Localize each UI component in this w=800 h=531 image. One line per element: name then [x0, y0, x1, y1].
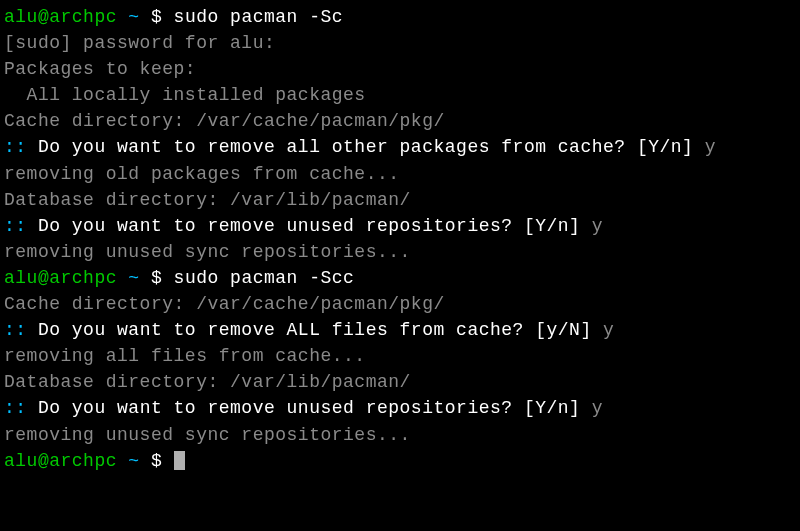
- prompt-symbol: $: [151, 451, 162, 471]
- prompt-symbol: $: [151, 7, 162, 27]
- user-answer: y: [705, 137, 716, 157]
- output-line: Database directory: /var/lib/pacman/: [4, 369, 796, 395]
- question-marker: ::: [4, 320, 27, 340]
- cwd-path: ~: [128, 451, 139, 471]
- user-host: alu@archpc: [4, 7, 117, 27]
- prompt-line-3[interactable]: alu@archpc ~ $: [4, 448, 796, 474]
- output-line: removing all files from cache...: [4, 343, 796, 369]
- user-answer: y: [603, 320, 614, 340]
- question-text: Do you want to remove unused repositorie…: [27, 398, 592, 418]
- user-host: alu@archpc: [4, 451, 117, 471]
- prompt-question-line: :: Do you want to remove all other packa…: [4, 134, 796, 160]
- prompt-question-line: :: Do you want to remove unused reposito…: [4, 395, 796, 421]
- question-marker: ::: [4, 216, 27, 236]
- output-line: Packages to keep:: [4, 56, 796, 82]
- output-line: Cache directory: /var/cache/pacman/pkg/: [4, 108, 796, 134]
- prompt-question-line: :: Do you want to remove unused reposito…: [4, 213, 796, 239]
- prompt-symbol: $: [151, 268, 162, 288]
- question-text: Do you want to remove unused repositorie…: [27, 216, 592, 236]
- command-text: sudo pacman -Sc: [174, 7, 344, 27]
- prompt-line-1: alu@archpc ~ $ sudo pacman -Sc: [4, 4, 796, 30]
- question-text: Do you want to remove ALL files from cac…: [27, 320, 603, 340]
- output-line: Database directory: /var/lib/pacman/: [4, 187, 796, 213]
- question-text: Do you want to remove all other packages…: [27, 137, 705, 157]
- output-line: [sudo] password for alu:: [4, 30, 796, 56]
- output-line: removing old packages from cache...: [4, 161, 796, 187]
- user-answer: y: [592, 398, 603, 418]
- question-marker: ::: [4, 398, 27, 418]
- output-line: Cache directory: /var/cache/pacman/pkg/: [4, 291, 796, 317]
- prompt-question-line: :: Do you want to remove ALL files from …: [4, 317, 796, 343]
- prompt-line-2: alu@archpc ~ $ sudo pacman -Scc: [4, 265, 796, 291]
- cwd-path: ~: [128, 268, 139, 288]
- cwd-path: ~: [128, 7, 139, 27]
- question-marker: ::: [4, 137, 27, 157]
- command-text: sudo pacman -Scc: [174, 268, 355, 288]
- output-line: All locally installed packages: [4, 82, 796, 108]
- output-line: removing unused sync repositories...: [4, 239, 796, 265]
- cursor-block[interactable]: [174, 451, 185, 470]
- output-line: removing unused sync repositories...: [4, 422, 796, 448]
- user-answer: y: [592, 216, 603, 236]
- user-host: alu@archpc: [4, 268, 117, 288]
